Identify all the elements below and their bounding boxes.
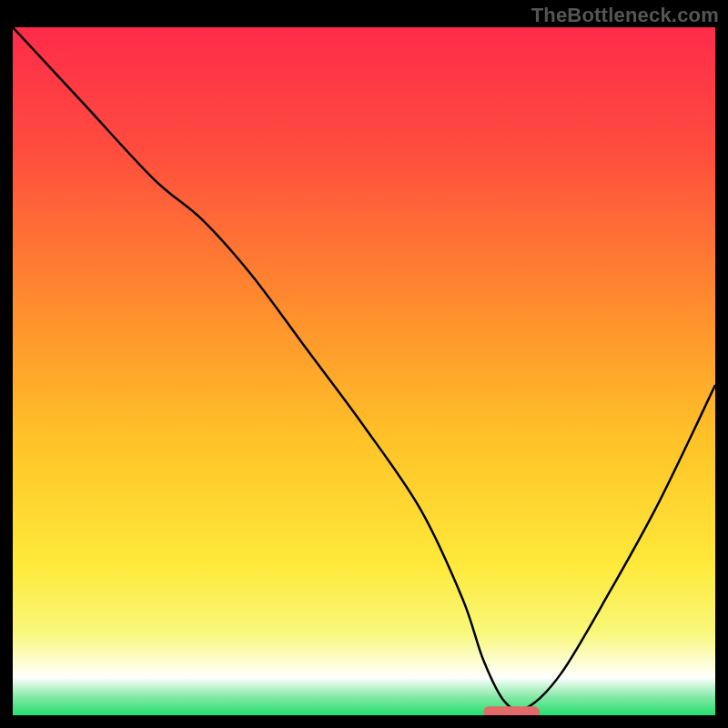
gradient-background: [13, 27, 715, 715]
optimal-marker: [483, 706, 540, 715]
plot-area: [13, 27, 715, 715]
watermark-text: TheBottleneck.com: [531, 4, 719, 27]
chart-svg: [13, 27, 715, 715]
chart-frame: TheBottleneck.com: [0, 0, 728, 728]
